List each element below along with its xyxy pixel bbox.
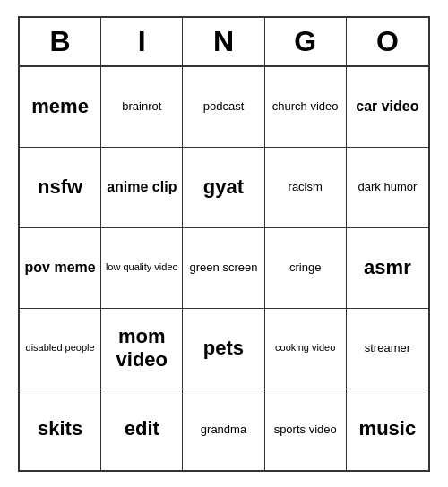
cell-text: disabled people [26, 342, 95, 354]
bingo-cell: racism [265, 148, 347, 228]
bingo-cell: sports video [265, 389, 347, 470]
bingo-cell: disabled people [20, 309, 101, 389]
bingo-cell: mom video [101, 309, 183, 389]
cell-text: brainrot [122, 99, 161, 114]
bingo-cell: green screen [183, 228, 264, 309]
bingo-cell: cooking video [265, 309, 347, 389]
header-letter: I [101, 18, 183, 65]
bingo-cell: podcast [183, 67, 264, 148]
bingo-cell: pov meme [20, 228, 101, 309]
bingo-cell: music [347, 389, 428, 470]
cell-text: skits [38, 417, 82, 440]
cell-text: car video [356, 98, 418, 115]
bingo-cell: low quality video [101, 228, 183, 309]
cell-text: asmr [364, 256, 411, 279]
cell-text: meme [31, 95, 89, 118]
cell-text: podcast [203, 99, 245, 114]
cell-text: gyat [203, 175, 244, 199]
bingo-cell: brainrot [101, 67, 183, 148]
bingo-cell: edit [101, 389, 183, 470]
bingo-cell: skits [20, 389, 101, 470]
cell-text: pov meme [25, 259, 96, 276]
cell-text: grandma [201, 423, 246, 437]
cell-text: church video [272, 99, 339, 114]
cell-text: anime clip [107, 178, 177, 195]
cell-text: green screen [190, 261, 258, 275]
bingo-cell: dark humor [347, 148, 428, 228]
cell-text: sports video [274, 423, 337, 437]
cell-text: streamer [365, 341, 410, 355]
bingo-cell: church video [265, 67, 347, 148]
bingo-cell: asmr [347, 228, 428, 309]
header-letter: G [265, 18, 347, 65]
bingo-cell: anime clip [101, 148, 183, 228]
cell-text: cooking video [275, 342, 335, 354]
bingo-cell: streamer [347, 309, 428, 389]
cell-text: pets [203, 337, 244, 360]
bingo-cell: meme [20, 67, 101, 148]
bingo-cell: nsfw [20, 148, 101, 228]
bingo-cell: gyat [183, 148, 264, 228]
bingo-cell: grandma [183, 389, 264, 470]
bingo-grid: memebrainrotpodcastchurch videocar video… [20, 67, 428, 470]
header-letter: B [20, 18, 101, 65]
cell-text: cringe [289, 261, 321, 275]
header-letter: O [347, 18, 428, 65]
cell-text: music [359, 417, 417, 440]
cell-text: nsfw [38, 175, 82, 199]
bingo-header: BINGO [20, 18, 428, 67]
cell-text: low quality video [106, 261, 178, 273]
header-letter: N [183, 18, 264, 65]
bingo-cell: pets [183, 309, 264, 389]
cell-text: dark humor [358, 180, 418, 194]
bingo-card: BINGO memebrainrotpodcastchurch videocar… [18, 16, 430, 472]
cell-text: edit [125, 417, 159, 440]
bingo-cell: cringe [265, 228, 347, 309]
cell-text: mom video [105, 325, 178, 372]
bingo-cell: car video [347, 67, 428, 148]
cell-text: racism [289, 180, 323, 194]
